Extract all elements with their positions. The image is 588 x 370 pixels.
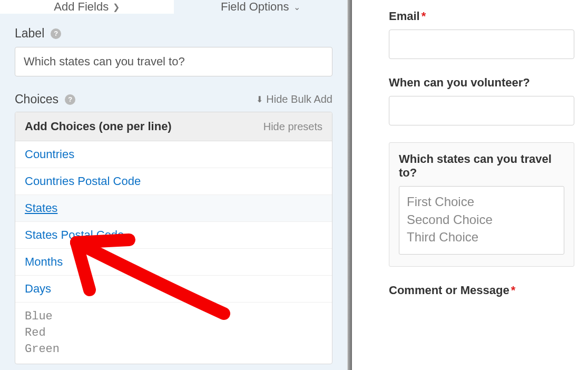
volunteer-label: When can you volunteer? <box>389 76 574 90</box>
textarea-line: Green <box>25 342 322 358</box>
hide-bulk-add-link[interactable]: ⬇ Hide Bulk Add <box>256 93 332 105</box>
label-section-title: Label <box>15 26 44 41</box>
preset-countries-postal-code[interactable]: Countries Postal Code <box>15 168 332 195</box>
preset-countries[interactable]: Countries <box>15 141 332 168</box>
choices-section-title: Choices <box>15 92 58 106</box>
states-field-label: Which states can you travel to? <box>399 152 564 180</box>
required-asterisk: * <box>511 284 516 297</box>
tab-add-fields[interactable]: Add Fields ❯ <box>0 0 174 14</box>
add-choices-title: Add Choices (one per line) <box>25 120 172 133</box>
choices-textarea[interactable]: Blue Red Green <box>15 303 332 364</box>
chevron-down-icon: ⌄ <box>293 2 300 12</box>
preset-states-postal-code[interactable]: States Postal Code <box>15 222 332 249</box>
select-option: First Choice <box>407 193 556 211</box>
textarea-line: Blue <box>25 309 322 325</box>
textarea-line: Red <box>25 325 322 342</box>
label-input[interactable] <box>15 47 332 76</box>
panel-divider <box>348 0 352 370</box>
email-label: Email* <box>389 9 574 23</box>
hide-bulk-label: Hide Bulk Add <box>266 93 332 105</box>
email-field[interactable] <box>389 30 574 59</box>
tab-field-options-label: Field Options <box>221 0 289 14</box>
select-option: Second Choice <box>407 211 556 229</box>
hide-presets-link[interactable]: Hide presets <box>263 121 322 133</box>
selected-field-container[interactable]: Which states can you travel to? First Ch… <box>389 142 574 267</box>
comment-label-text: Comment or Message <box>389 284 509 297</box>
help-icon[interactable]: ? <box>65 94 75 105</box>
preset-days[interactable]: Days <box>15 276 332 303</box>
email-label-text: Email <box>389 9 420 23</box>
chevron-right-icon: ❯ <box>113 2 120 12</box>
states-multi-select[interactable]: First Choice Second Choice Third Choice <box>399 186 564 255</box>
tab-add-fields-label: Add Fields <box>54 0 109 14</box>
required-asterisk: * <box>422 9 426 23</box>
help-icon[interactable]: ? <box>51 28 61 39</box>
volunteer-field[interactable] <box>389 96 574 125</box>
preset-states[interactable]: States <box>15 195 332 222</box>
tab-field-options[interactable]: Field Options ⌄ <box>174 0 348 14</box>
comment-label: Comment or Message* <box>389 284 574 297</box>
select-option: Third Choice <box>407 228 556 246</box>
preset-months[interactable]: Months <box>15 249 332 276</box>
download-icon: ⬇ <box>256 94 263 104</box>
